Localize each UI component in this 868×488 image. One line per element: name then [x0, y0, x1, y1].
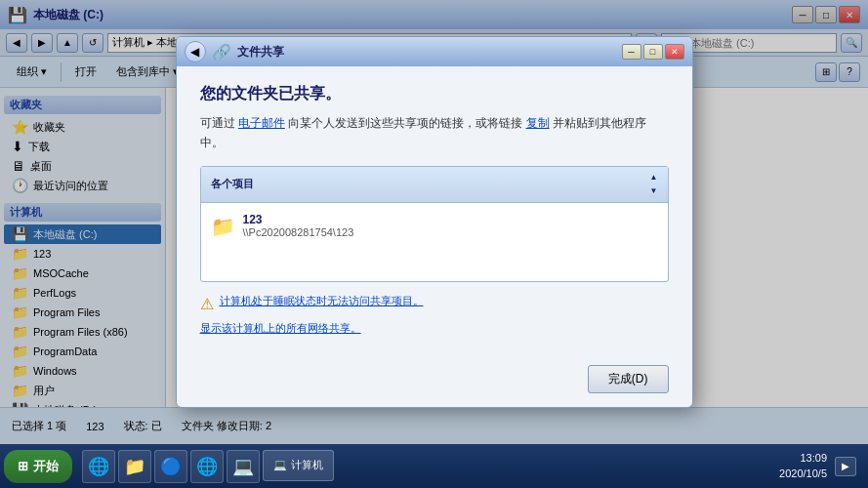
taskbar-items: 🌐 📁 🔵 🌐 💻 💻 计算机 — [82, 450, 769, 483]
done-button[interactable]: 完成(D) — [588, 365, 669, 393]
dialog-window-controls: ─ □ ✕ — [622, 44, 684, 60]
dialog-minimize-button[interactable]: ─ — [622, 44, 641, 60]
taskbar-icon-3[interactable]: 🔵 — [154, 450, 187, 483]
items-header: 各个项目 ▲ ▼ — [201, 167, 668, 203]
warning-link[interactable]: 计算机处于睡眠状态时无法访问共享项目。 — [220, 295, 424, 306]
dialog-titlebar-icon: 🔗 — [212, 43, 231, 61]
dialog-footer: 完成(D) — [177, 357, 692, 407]
file-sharing-dialog: ◀ 🔗 文件共享 ─ □ ✕ 您的文件夹已共享。 可通过 电子邮件 向某个人发送… — [176, 36, 693, 407]
shared-item: 📁 123 \\Pc202008281754\123 — [211, 209, 658, 242]
dialog-maximize-button[interactable]: □ — [643, 44, 663, 60]
items-list: 📁 123 \\Pc202008281754\123 — [201, 203, 668, 281]
warning-section: ⚠ 计算机处于睡眠状态时无法访问共享项目。 — [200, 294, 669, 313]
dialog-title: 文件共享 — [237, 44, 616, 61]
taskbar: ⊞ 开始 🌐 📁 🔵 🌐 💻 💻 计算机 13:09 2020/10/5 ▶ — [0, 444, 868, 488]
taskbar-icon-1[interactable]: 🌐 — [82, 450, 115, 483]
dialog-close-button[interactable]: ✕ — [665, 44, 684, 60]
windows-logo: ⊞ — [18, 459, 28, 473]
dialog-overlay: ◀ 🔗 文件共享 ─ □ ✕ 您的文件夹已共享。 可通过 电子邮件 向某个人发送… — [0, 0, 868, 444]
taskbar-icon-5[interactable]: 💻 — [227, 450, 260, 483]
desc-prefix: 可通过 — [200, 116, 235, 130]
desc-middle: 向某个人发送到这些共享项的链接，或将链接 — [288, 116, 522, 130]
scroll-down-button[interactable]: ▼ — [650, 184, 658, 198]
items-header-label: 各个项目 — [211, 177, 254, 191]
taskbar-window-label: 计算机 — [291, 458, 323, 472]
taskbar-window-icon: 💻 — [273, 459, 287, 471]
taskbar-active-window[interactable]: 💻 计算机 — [263, 450, 334, 481]
taskbar-icon-4[interactable]: 🌐 — [190, 450, 224, 483]
start-label: 开始 — [33, 458, 59, 475]
warning-text: 计算机处于睡眠状态时无法访问共享项目。 — [220, 294, 424, 308]
shared-item-info: 123 \\Pc202008281754\123 — [243, 213, 354, 238]
dialog-titlebar: ◀ 🔗 文件共享 ─ □ ✕ — [177, 37, 692, 66]
clock-time: 13:09 — [779, 451, 827, 466]
start-button[interactable]: ⊞ 开始 — [4, 450, 72, 483]
clock-date: 2020/10/5 — [779, 467, 827, 481]
dialog-back-button[interactable]: ◀ — [185, 41, 206, 62]
copy-link[interactable]: 复制 — [526, 116, 550, 130]
shared-item-path: \\Pc202008281754\123 — [243, 226, 354, 238]
taskbar-icon-2[interactable]: 📁 — [118, 450, 151, 483]
scroll-up-button[interactable]: ▲ — [650, 171, 658, 184]
show-desktop-button[interactable]: ▶ — [835, 457, 856, 476]
dialog-content: 您的文件夹已共享。 可通过 电子邮件 向某个人发送到这些共享项的链接，或将链接 … — [177, 66, 692, 356]
items-section: 各个项目 ▲ ▼ 📁 123 \\Pc202008281754\123 — [200, 166, 669, 282]
email-link[interactable]: 电子邮件 — [238, 116, 285, 130]
show-all-shares-link[interactable]: 显示该计算机上的所有网络共享。 — [200, 321, 669, 336]
dialog-description: 可通过 电子邮件 向某个人发送到这些共享项的链接，或将链接 复制 并粘贴到其他程… — [200, 114, 669, 151]
shared-item-name: 123 — [243, 213, 354, 226]
taskbar-clock: 13:09 2020/10/5 — [779, 451, 827, 481]
warning-icon: ⚠ — [200, 295, 214, 313]
taskbar-right: 13:09 2020/10/5 ▶ — [779, 451, 864, 481]
dialog-main-title: 您的文件夹已共享。 — [200, 84, 669, 104]
shared-folder-icon: 📁 — [211, 215, 235, 238]
